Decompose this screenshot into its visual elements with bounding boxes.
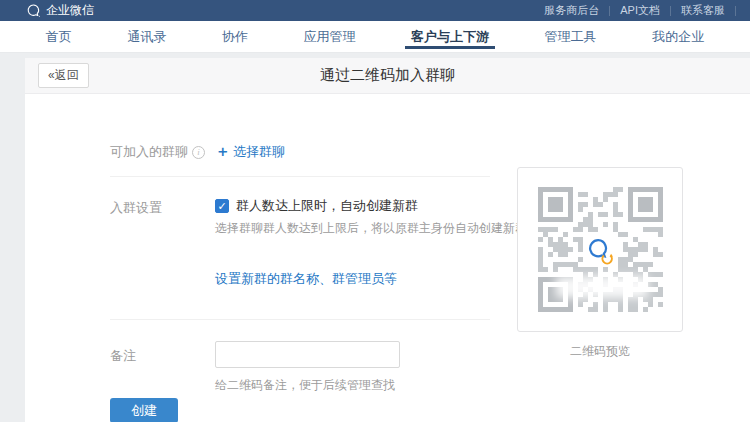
remark-hint: 给二维码备注，便于后续管理查找 bbox=[215, 377, 395, 394]
top-bar: 企业微信 服务商后台 API文档 联系客服 bbox=[0, 0, 750, 21]
settings-hint: 选择群聊群人数达到上限后，将以原群主身份自动创建新群 bbox=[215, 220, 527, 237]
nav-item-contacts[interactable]: 通讯录 bbox=[121, 21, 172, 52]
nav-item-collaboration[interactable]: 协作 bbox=[216, 21, 254, 52]
back-button[interactable]: «返回 bbox=[38, 63, 89, 88]
select-group-link[interactable]: ＋选择群聊 bbox=[215, 142, 285, 161]
page-title: 通过二维码加入群聊 bbox=[25, 66, 750, 85]
main-nav: 首页 通讯录 协作 应用管理 客户与上下游 管理工具 我的企业 bbox=[0, 21, 750, 53]
info-icon[interactable]: i bbox=[192, 146, 205, 159]
content-card: «返回 通过二维码加入群聊 可加入的群聊 i ＋选择群聊 入群设置 ✓ 群人数达… bbox=[25, 58, 750, 422]
divider bbox=[110, 319, 490, 320]
joinable-group-label: 可加入的群聊 i bbox=[110, 143, 205, 161]
remark-input[interactable] bbox=[215, 341, 400, 368]
qr-preview-panel: 二维码预览 bbox=[517, 167, 683, 360]
remark-label: 备注 bbox=[110, 347, 136, 365]
create-button[interactable]: 创建 bbox=[110, 398, 178, 422]
qr-caption: 二维码预览 bbox=[517, 343, 683, 360]
nav-item-app-management[interactable]: 应用管理 bbox=[297, 21, 361, 52]
plus-icon: ＋ bbox=[215, 142, 230, 159]
new-group-settings-link[interactable]: 设置新群的群名称、群管理员等 bbox=[215, 270, 397, 288]
nav-item-management-tools[interactable]: 管理工具 bbox=[539, 21, 603, 52]
checkbox-icon[interactable]: ✓ bbox=[215, 199, 229, 213]
wechat-work-logo-icon bbox=[26, 3, 41, 18]
card-header: «返回 通过二维码加入群聊 bbox=[25, 58, 750, 94]
card-body: 可加入的群聊 i ＋选择群聊 入群设置 ✓ 群人数达上限时，自动创建新群 选择群… bbox=[25, 94, 750, 422]
topbar-link-provider-console[interactable]: 服务商后台 bbox=[534, 0, 609, 21]
divider bbox=[110, 176, 490, 177]
brand-name: 企业微信 bbox=[46, 2, 94, 19]
auto-create-group-checkbox-row[interactable]: ✓ 群人数达上限时，自动创建新群 bbox=[215, 197, 418, 215]
brand-logo[interactable]: 企业微信 bbox=[26, 2, 94, 19]
topbar-link-api-docs[interactable]: API文档 bbox=[610, 0, 670, 21]
wechat-work-qr-center-icon bbox=[583, 233, 617, 267]
nav-item-my-company[interactable]: 我的企业 bbox=[646, 21, 710, 52]
divider bbox=[735, 6, 736, 16]
qr-code-image bbox=[517, 167, 683, 332]
join-settings-label: 入群设置 bbox=[110, 199, 162, 217]
topbar-links: 服务商后台 API文档 联系客服 bbox=[534, 0, 736, 21]
qr-blurred-watermark bbox=[556, 276, 648, 298]
topbar-link-contact-support[interactable]: 联系客服 bbox=[671, 0, 735, 21]
nav-item-home[interactable]: 首页 bbox=[40, 21, 78, 52]
checkbox-label: 群人数达上限时，自动创建新群 bbox=[236, 197, 418, 215]
nav-item-customers[interactable]: 客户与上下游 bbox=[405, 21, 495, 52]
